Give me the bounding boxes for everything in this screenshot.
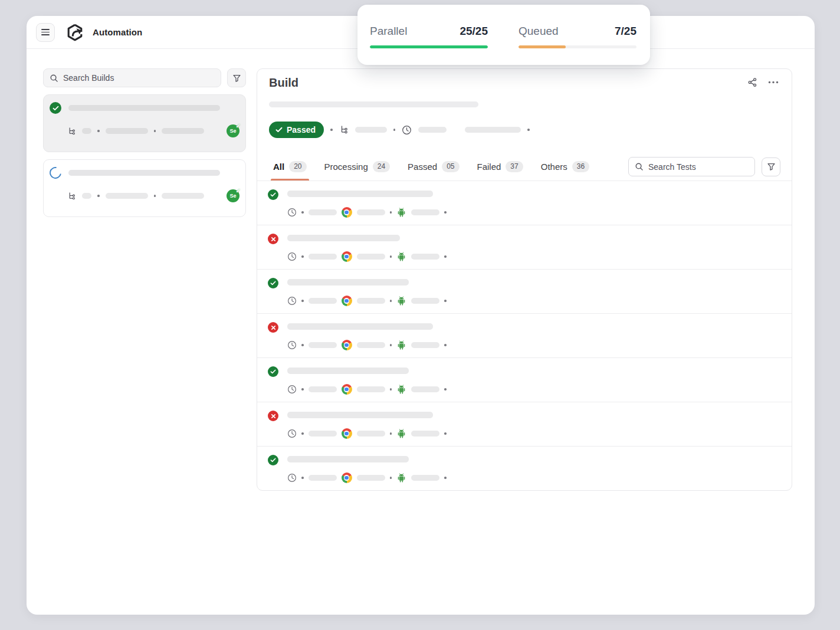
meta-skeleton <box>309 342 337 348</box>
queued-value: 7/25 <box>615 25 636 38</box>
test-row[interactable] <box>257 314 792 358</box>
meta-skeleton <box>357 475 385 481</box>
tests-tab[interactable]: Passed 05 <box>408 153 459 181</box>
selenium-badge-icon: Se✓ <box>227 124 239 137</box>
test-passed-icon <box>268 189 278 200</box>
builds-sidebar: Se✓ Se✓ <box>43 68 246 217</box>
separator-dot <box>527 129 530 131</box>
meta-skeleton <box>309 431 337 437</box>
hamburger-menu-button[interactable] <box>36 23 55 42</box>
filter-icon <box>232 74 241 83</box>
branch-icon <box>67 191 76 201</box>
test-row[interactable] <box>257 181 792 225</box>
test-title-skeleton <box>287 412 433 418</box>
test-title-skeleton <box>287 235 400 241</box>
meta-skeleton <box>411 254 439 260</box>
meta-skeleton <box>465 127 521 133</box>
clock-icon <box>287 385 297 394</box>
test-row[interactable] <box>257 358 792 402</box>
tests-tab[interactable]: Failed 37 <box>477 153 523 181</box>
builds-list: Se✓ Se✓ <box>43 94 246 217</box>
app-logo-icon <box>65 23 84 42</box>
tests-tab[interactable]: All 20 <box>273 153 307 181</box>
search-builds-input[interactable] <box>63 73 215 83</box>
separator-dot <box>444 211 447 214</box>
queued-meter: Queued 7/25 <box>519 25 636 65</box>
queued-label: Queued <box>519 25 559 38</box>
build-meta-row: Passed <box>269 122 780 138</box>
separator-dot <box>390 432 392 435</box>
build-title: Build <box>269 76 780 90</box>
tab-count-badge: 20 <box>289 161 306 172</box>
more-options-button[interactable] <box>768 81 779 84</box>
separator-dot <box>444 432 447 435</box>
test-row[interactable] <box>257 402 792 447</box>
filter-tests-button[interactable] <box>762 158 780 176</box>
android-icon <box>396 428 406 439</box>
separator-dot <box>444 344 447 346</box>
test-passed-icon <box>268 278 278 288</box>
meta-skeleton <box>411 431 439 437</box>
test-failed-icon <box>268 234 278 244</box>
test-failed-icon <box>268 322 278 333</box>
separator-dot <box>444 477 447 479</box>
separator-dot <box>390 344 392 346</box>
android-icon <box>396 340 406 350</box>
filter-builds-button[interactable] <box>227 68 246 87</box>
android-icon <box>396 472 406 483</box>
search-tests-box[interactable] <box>628 157 755 176</box>
build-title-skeleton <box>68 105 220 111</box>
test-passed-icon <box>268 366 278 377</box>
tab-label: Passed <box>408 162 437 172</box>
chrome-icon <box>342 207 352 218</box>
clock-icon <box>287 252 297 261</box>
meta-skeleton <box>357 254 385 260</box>
build-list-item[interactable]: Se✓ <box>43 159 246 217</box>
test-title-skeleton <box>287 323 433 330</box>
share-button[interactable] <box>747 77 757 87</box>
parallel-value: 25/25 <box>460 25 488 38</box>
meta-skeleton <box>82 128 91 134</box>
queued-progress-fill <box>519 45 566 48</box>
test-row[interactable] <box>257 447 792 491</box>
selenium-badge-icon: Se✓ <box>227 189 239 202</box>
tests-tab[interactable]: Processing 24 <box>324 153 391 181</box>
meta-skeleton <box>162 128 204 134</box>
search-tests-input[interactable] <box>648 162 749 172</box>
concurrency-card: Parallel 25/25 Queued 7/25 <box>357 5 650 65</box>
test-row[interactable] <box>257 270 792 314</box>
test-row[interactable] <box>257 225 792 270</box>
meta-skeleton <box>357 431 385 437</box>
build-running-spinner-icon <box>47 165 64 181</box>
clock-icon <box>287 296 297 306</box>
queued-progress-track <box>519 45 636 48</box>
tests-tab[interactable]: Others 36 <box>541 153 589 181</box>
test-failed-icon <box>268 411 278 421</box>
parallel-progress-track <box>370 45 488 48</box>
separator-dot <box>97 130 100 132</box>
separator-dot <box>330 129 333 131</box>
search-builds-box[interactable] <box>43 68 221 87</box>
separator-dot <box>301 344 304 346</box>
page-title: Automation <box>93 27 142 37</box>
separator-dot <box>390 211 392 214</box>
build-list-item[interactable]: Se✓ <box>43 94 246 152</box>
test-title-skeleton <box>287 191 433 197</box>
clock-icon <box>402 125 412 135</box>
branch-icon <box>67 126 76 136</box>
separator-dot <box>301 211 304 214</box>
separator-dot <box>390 388 392 391</box>
separator-dot <box>301 388 304 391</box>
meta-skeleton <box>106 193 148 199</box>
meta-skeleton <box>309 298 337 304</box>
meta-skeleton <box>106 128 148 134</box>
clock-icon <box>287 473 297 483</box>
meta-skeleton <box>411 342 439 348</box>
tab-count-badge: 05 <box>442 161 459 172</box>
parallel-progress-fill <box>370 45 488 48</box>
tab-label: Others <box>541 162 567 172</box>
build-panel: Build <box>257 68 792 491</box>
clock-icon <box>287 429 297 438</box>
build-title-skeleton <box>68 170 220 176</box>
separator-dot <box>301 300 304 302</box>
